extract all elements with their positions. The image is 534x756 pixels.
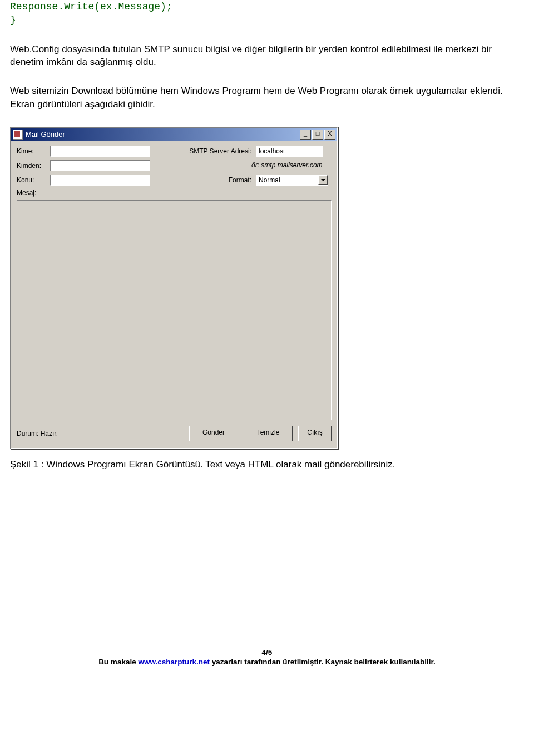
label-kime: Kime: <box>17 147 50 155</box>
code-line: } <box>10 14 16 26</box>
window-title: Mail Gönder <box>26 130 300 138</box>
mesaj-textarea[interactable] <box>17 200 332 420</box>
label-mesaj: Mesaj: <box>17 189 50 197</box>
cikis-button[interactable]: Çıkış <box>298 426 332 441</box>
paragraph-2: Web sitemizin Download bölümüne hem Wind… <box>10 84 524 111</box>
label-kimden: Kimden: <box>17 162 50 170</box>
smtp-hint: ör: smtp.mailserver.com <box>251 161 323 169</box>
smtp-input[interactable] <box>256 146 323 157</box>
gonder-button[interactable]: Gönder <box>189 426 238 441</box>
close-button[interactable]: X <box>324 130 335 140</box>
code-snippet: Response.Write(ex.Message); } <box>10 0 524 27</box>
maximize-button[interactable]: □ <box>312 130 323 140</box>
screenshot-window: Mail Gönder _ □ X Kime: SMTP Server Adre… <box>10 127 338 449</box>
format-select[interactable] <box>256 175 328 186</box>
konu-input[interactable] <box>50 175 150 186</box>
kime-input[interactable] <box>50 146 150 157</box>
chevron-down-icon[interactable] <box>318 175 328 185</box>
label-konu: Konu: <box>17 176 50 184</box>
window-titlebar[interactable]: Mail Gönder _ □ X <box>11 128 337 141</box>
figure-caption: Şekil 1 : Windows Programı Ekran Görüntü… <box>10 459 524 470</box>
footer-link[interactable]: www.csharpturk.net <box>138 658 210 666</box>
footer-credit: Bu makale www.csharpturk.net yazarları t… <box>10 658 524 666</box>
temizle-button[interactable]: Temizle <box>244 426 293 441</box>
page-number: 4/5 <box>10 648 524 656</box>
paragraph-1: Web.Config dosyasında tutulan SMTP sunuc… <box>10 43 524 69</box>
label-smtp: SMTP Server Adresi: <box>178 147 256 155</box>
label-format: Format: <box>178 176 256 184</box>
app-icon <box>13 130 23 140</box>
kimden-input[interactable] <box>50 160 150 171</box>
code-line: Response.Write(ex.Message); <box>10 1 172 12</box>
minimize-button[interactable]: _ <box>300 130 311 140</box>
status-text: Durum: Hazır. <box>17 430 184 437</box>
